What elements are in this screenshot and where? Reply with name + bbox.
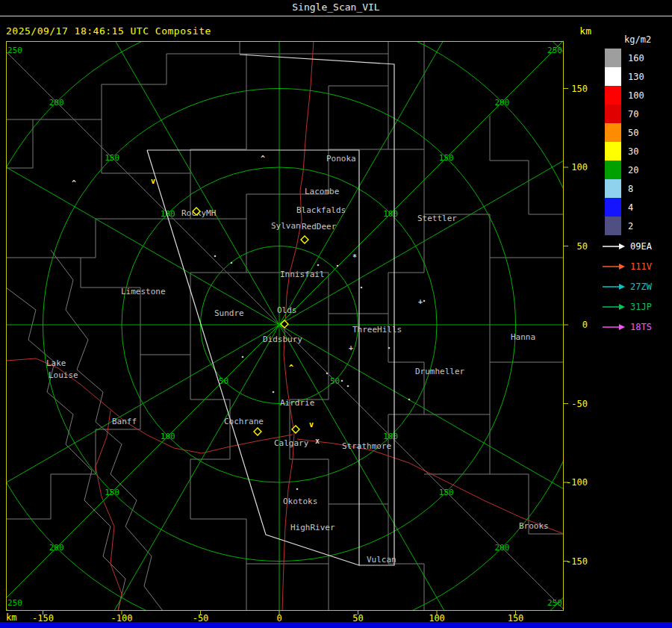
radar-map-display[interactable]: 5050100100100100150150150150200200200200… — [6, 41, 564, 611]
city-label: Hanna — [511, 332, 535, 342]
azimuth-line — [0, 325, 279, 626]
storm-cell-marker: ^ — [72, 179, 76, 187]
highway-line — [297, 439, 564, 534]
county-boundary-line — [240, 41, 388, 54]
legend-entry: 160 — [605, 49, 671, 67]
azimuth-line — [0, 24, 279, 325]
town-dot — [214, 255, 217, 258]
storm-track-arrow-icon — [602, 243, 626, 250]
town-dot — [408, 399, 411, 401]
y-axis-unit-label: km — [564, 25, 591, 37]
county-boundary-line — [388, 149, 564, 258]
legend-entry: 8 — [605, 179, 671, 198]
legend-value-label: 20 — [628, 165, 638, 175]
legend-color-swatch — [605, 105, 621, 123]
storm-cell-marker: x — [315, 437, 320, 445]
legend-entry: 30 — [605, 142, 671, 161]
storm-cell-marker: ^ — [261, 155, 265, 163]
city-label: Lacombe — [305, 187, 339, 196]
city-label: HighRiver — [290, 523, 335, 532]
range-ring-label: 100 — [383, 209, 398, 219]
town-dot — [273, 391, 275, 394]
y-axis-tick-label: 50 — [577, 241, 588, 252]
city-label: Strathmore — [342, 441, 391, 451]
county-boundary-line — [6, 287, 125, 611]
legend-color-swatch — [605, 67, 621, 86]
range-ring-label: 200 — [494, 98, 509, 108]
window-title: Single_Scan_VIL — [0, 0, 672, 16]
bottom-status-bar — [0, 622, 672, 628]
legend-entry: 50 — [605, 123, 671, 142]
city-label: Sundre — [214, 308, 244, 318]
legend-value-label: 4 — [628, 202, 633, 213]
legend-value-label: 30 — [628, 146, 638, 157]
city-label: Innisfail — [280, 270, 325, 279]
azimuth-line — [279, 112, 648, 325]
legend-color-swatch — [605, 123, 621, 142]
y-axis-tick-label: -150 — [566, 556, 588, 567]
range-ring-label: 150 — [439, 488, 454, 497]
county-boundary-line — [6, 41, 240, 119]
legend-entry: 2 — [605, 217, 671, 235]
city-label: RedDeer — [302, 222, 337, 231]
map-layers: 5050100100100100150150150150200200200200… — [0, 0, 672, 628]
county-boundary-line — [490, 414, 564, 534]
azimuth-line — [66, 0, 279, 325]
city-label: Vulcan — [367, 555, 396, 565]
legend-color-swatch — [605, 49, 621, 67]
city-label: Didsbury — [263, 335, 302, 344]
storm-cell-marker: v — [309, 420, 314, 429]
town-dot — [388, 347, 391, 349]
legend-entry: 100 — [605, 86, 671, 105]
legend-value-label: 70 — [628, 109, 638, 119]
storm-track-id-label: 18TS — [630, 322, 652, 332]
legend-entry: 4 — [605, 198, 671, 217]
legend-entries: 16013010070503020842 — [605, 49, 671, 235]
storm-track-legend: 09EA111V27ZW31JP18TS — [602, 236, 672, 337]
storm-cell-marker: * — [352, 253, 357, 261]
legend-entry: 70 — [605, 105, 671, 123]
legend-value-label: 130 — [628, 72, 644, 82]
legend-color-swatch — [605, 198, 621, 217]
vil-color-scale: kg/m2 16013010070503020842 — [605, 34, 671, 235]
legend-value-label: 160 — [628, 53, 644, 63]
city-label: Stettler — [417, 214, 457, 223]
radar-site-diamond-icon — [301, 236, 308, 243]
city-label: Blackfalds — [296, 205, 346, 215]
range-ring-label: 100 — [161, 432, 175, 441]
range-ring-label: 150 — [439, 153, 454, 163]
town-dot — [423, 300, 426, 302]
range-ring-label: 50 — [219, 376, 228, 386]
town-dot — [326, 373, 329, 375]
y-axis-tick-label: 0 — [582, 320, 588, 330]
city-label: Okotoks — [283, 497, 317, 506]
city-label: Cochrane — [224, 417, 264, 426]
storm-cell-marker: + — [418, 297, 423, 305]
legend-value-label: 50 — [628, 128, 638, 138]
range-ring-label: 50 — [330, 376, 340, 386]
azimuth-line — [279, 325, 648, 538]
storm-track-id-label: 31JP — [630, 302, 652, 312]
city-label: ThreeHills — [352, 325, 402, 335]
range-ring-label: 150 — [105, 153, 119, 163]
y-axis-tick-label: 100 — [571, 162, 588, 172]
storm-cell-marker: v — [151, 177, 155, 185]
range-ring-label: 250 — [547, 598, 562, 608]
storm-track-item: 31JP — [602, 296, 672, 317]
storm-track-id-label: 09EA — [630, 241, 652, 252]
town-dot — [347, 385, 349, 388]
city-label: Olds — [277, 305, 297, 315]
storm-cell-marker: + — [349, 343, 353, 352]
county-boundary-line — [490, 116, 564, 214]
storm-track-arrow-icon — [602, 283, 626, 290]
storm-track-item: 09EA — [602, 236, 672, 256]
legend-value-label: 100 — [628, 90, 644, 101]
legend-unit-label: kg/m2 — [624, 34, 671, 45]
town-dot — [341, 380, 343, 382]
city-label: Limestone — [121, 287, 166, 296]
town-dot — [231, 262, 233, 264]
legend-color-swatch — [605, 179, 621, 198]
storm-track-item: 18TS — [602, 317, 672, 337]
city-label: Ponoka — [326, 154, 356, 164]
radar-scan-boundary — [240, 55, 394, 565]
